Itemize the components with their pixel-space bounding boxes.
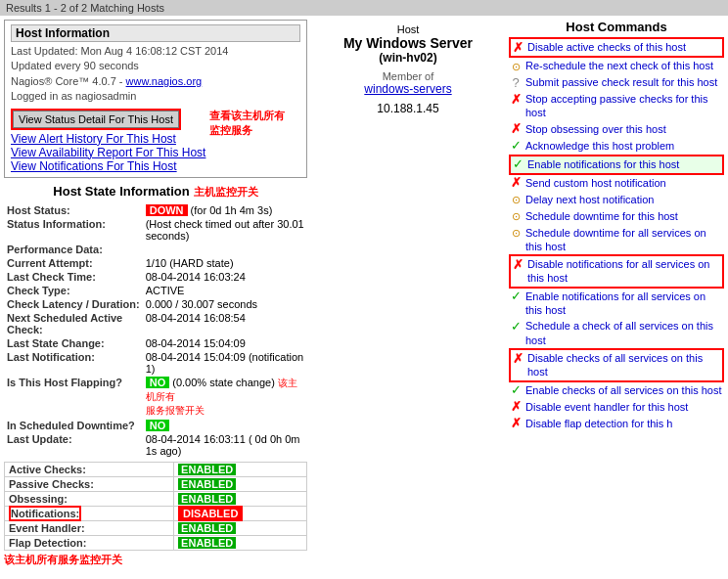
host-status-badge: DOWN [146,204,188,216]
list-item: ✗ Send custom host notification [509,175,724,192]
list-item: ✓ Acknowledge this host problem [509,138,724,155]
view-notifications-link[interactable]: View Notifications For This Host [11,159,177,173]
table-row: Last State Change: 08-04-2014 15:04:09 [4,336,307,350]
cmd-disable-checks-all-services[interactable]: Disable checks of all services on this h… [527,351,722,379]
cmd-disable-active-checks[interactable]: Disable active checks of this host [527,40,686,54]
cmd-submit-passive[interactable]: Submit passive check result for this hos… [525,75,717,89]
check-icon: ✓ [509,320,523,334]
table-row: Is This Host Flapping? NO (0.00% state c… [4,376,307,419]
cmd-stop-obsessing[interactable]: Stop obsessing over this host [525,122,666,136]
flapping-badge: NO [146,377,170,388]
table-row: Last Check Time: 08-04-2014 16:03:24 [4,270,307,284]
nagios-link[interactable]: www.nagios.org [126,75,203,87]
cmd-delay-notification[interactable]: Delay next host notification [525,193,654,206]
state-info-section: Host State Information 主机监控开关 Host Statu… [4,184,307,567]
passive-checks-badge: ENABLED [178,478,236,490]
cmd-stop-passive[interactable]: Stop accepting passive checks for this h… [525,92,724,120]
question-icon: ? [509,76,523,90]
list-item: ✓ Schedule a check of all services on th… [509,318,724,348]
table-row: Check Type: ACTIVE [4,284,307,297]
logged-in: Logged in as nagiosadmin [11,89,300,104]
cmd-enable-notif-all-services[interactable]: Enable notifications for all services on… [525,290,724,318]
cmd-enable-checks-all-services[interactable]: Enable checks of all services on this ho… [525,383,722,397]
table-row: Status Information: (Host check timed ou… [4,217,307,243]
cmd-schedule-check-all-services[interactable]: Schedule a check of all services on this… [525,319,724,347]
obsessing-badge: ENABLED [178,493,236,505]
check-status-table: Active Checks: ENABLED Passive Checks: E… [4,462,307,551]
event-handler-badge: ENABLED [178,522,236,534]
view-status-detail-button[interactable]: View Status Detail For This Host [13,111,179,128]
cmd-schedule-downtime-services[interactable]: Schedule downtime for all services on th… [525,226,724,254]
cmd-disable-flap-detection[interactable]: Disable flap detection for this h [525,417,672,430]
clock-icon: ⊙ [509,194,523,207]
host-label: Host [315,23,501,35]
table-row: Notifications: DISABLED [5,506,307,520]
check-icon: ✓ [509,290,523,304]
x-icon: ✗ [511,352,524,366]
x-icon: ✗ [511,41,524,55]
host-name: My Windows Server [315,35,501,51]
list-item: ✓ Enable notifications for this host [509,155,724,175]
host-center: Host My Windows Server (win-hv02) Member… [311,20,505,119]
table-row: Check Latency / Duration: 0.000 / 30.007… [4,297,307,311]
member-of-label: Member of [315,70,501,82]
member-group-link[interactable]: windows-servers [364,82,451,96]
list-item: ✗ Disable active checks of this host [509,37,724,58]
table-row: Active Checks: ENABLED [5,462,307,476]
host-info-title: Host Information [11,24,300,42]
table-row: Flap Detection: ENABLED [5,535,307,550]
check-icon: ✓ [509,384,523,398]
commands-list: ✗ Disable active checks of this host ⊙ R… [509,37,724,432]
list-item: ? Submit passive check result for this h… [509,74,724,91]
right-panel: Host Commands ✗ Disable active checks of… [509,20,724,567]
notifications-label-highlight: Notifications: [9,506,81,521]
list-item: ✗ Disable notifications for all services… [509,254,724,289]
active-checks-badge: ENABLED [178,464,236,475]
table-row: Event Handler: ENABLED [5,520,307,535]
list-item: ✗ Disable flap detection for this h [509,416,724,432]
cmd-enable-notifications[interactable]: Enable notifications for this host [527,157,679,171]
annotation-service-monitor: 该主机所有服务监控开关 [4,553,307,567]
cmd-disable-notif-all-services[interactable]: Disable notifications for all services o… [527,257,722,286]
x-icon: ✗ [511,258,524,272]
flap-detection-badge: ENABLED [178,537,236,549]
clock-icon: ⊙ [509,227,523,241]
check-icon: ✓ [511,158,524,172]
view-availability-link[interactable]: View Availability Report For This Host [11,146,205,159]
table-row: Performance Data: [4,243,307,256]
list-item: ✓ Enable notifications for all services … [509,289,724,319]
cmd-reschedule-check[interactable]: Re-schedule the next check of this host [525,59,713,72]
check-icon: ✓ [509,140,523,154]
list-item: ⊙ Schedule downtime for this host [509,208,724,225]
annotation-host-switch: 主机监控开关 [194,185,258,200]
x-icon: ✗ [509,93,523,107]
list-item: ⊙ Schedule downtime for all services on … [509,225,724,255]
cmd-schedule-downtime-host[interactable]: Schedule downtime for this host [525,209,678,223]
table-row: In Scheduled Downtime? NO [4,419,307,432]
cmd-disable-event-handler[interactable]: Disable event handler for this host [525,400,688,414]
state-section-title: Host State Information [53,184,189,199]
cmd-custom-notification[interactable]: Send custom host notification [525,176,666,190]
downtime-badge: NO [146,420,170,431]
table-row: Passive Checks: ENABLED [5,476,307,491]
list-item: ✗ Disable checks of all services on this… [509,348,724,382]
nagios-version: Nagios® Core™ 4.0.7 - www.nagios.org [11,74,300,89]
table-row: Obsessing: ENABLED [5,491,307,506]
clock-icon: ⊙ [509,60,523,73]
annotation-view-services: 查看该主机所有监控服务 [209,109,285,138]
host-alias: (win-hv02) [315,51,501,65]
list-item: ✗ Disable event handler for this host [509,399,724,416]
list-item: ⊙ Delay next host notification [509,192,724,208]
host-action-links: View Status Detail For This Host View Al… [11,109,205,173]
notifications-badge: DISABLED [180,508,241,519]
x-icon: ✗ [509,401,523,415]
table-row: Current Attempt: 1/10 (HARD state) [4,256,307,270]
list-item: ✗ Stop accepting passive checks for this… [509,91,724,121]
list-item: ⊙ Re-schedule the next check of this hos… [509,58,724,74]
table-row: Last Notification: 08-04-2014 15:04:09 (… [4,350,307,376]
cmd-acknowledge-problem[interactable]: Acknowledge this host problem [525,139,674,153]
last-updated: Last Updated: Mon Aug 4 16:08:12 CST 201… [11,44,300,59]
view-alerts-link[interactable]: View Alert History For This Host [11,132,176,146]
results-text: Results 1 - 2 of 2 Matching Hosts [6,2,164,14]
x-icon: ✗ [509,418,523,431]
